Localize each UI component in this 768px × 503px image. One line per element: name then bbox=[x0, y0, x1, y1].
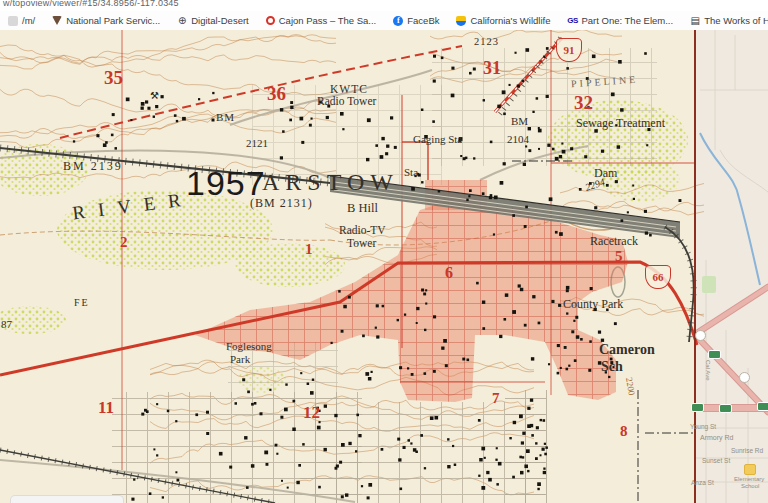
business-route-shield-icon bbox=[708, 350, 721, 359]
highway-marker-icon bbox=[739, 372, 750, 383]
label-county-park: County Park bbox=[563, 298, 623, 310]
highway-marker-icon bbox=[695, 330, 706, 341]
label-bm-2139: BM 2139 bbox=[63, 160, 123, 172]
topoview-map-canvas[interactable]: 2123 35 36 31 32 91 PIPELINE KWTC Radio … bbox=[0, 30, 768, 503]
label-bm: BM bbox=[511, 116, 528, 127]
label-radio-tv: Radio-TV bbox=[339, 225, 386, 237]
bookmarks-bar: /m/ National Park Servic... ⊕Digital-Des… bbox=[0, 11, 768, 30]
bookmark-m[interactable]: /m/ bbox=[8, 15, 35, 26]
label-anza-st: Anza St bbox=[691, 480, 714, 487]
business-route-shield-icon bbox=[691, 403, 704, 412]
label-cameron-school: Sch bbox=[601, 360, 623, 374]
label-section-12: 12 bbox=[303, 404, 320, 421]
page-icon bbox=[8, 16, 18, 26]
label-kwtc-radio-tower: Radio Tower bbox=[317, 96, 376, 108]
label-contour-2200: 2200 bbox=[624, 377, 636, 396]
address-bar[interactable]: w/topoview/viewer/#15/34.8956/-117.0345 bbox=[0, 0, 768, 11]
label-young-st: Young St bbox=[690, 424, 716, 431]
label-sunset-st: Sunset St bbox=[702, 458, 730, 465]
globe-icon: ⊕ bbox=[177, 16, 187, 26]
bookmark-part-one[interactable]: GSPart One: The Elem... bbox=[567, 15, 673, 26]
facebook-icon: f bbox=[393, 16, 403, 26]
label-school-2: School bbox=[741, 483, 759, 489]
shield-icon bbox=[456, 16, 466, 26]
red-target-icon bbox=[266, 16, 275, 25]
label-cal-ave: Cal Ave bbox=[705, 360, 711, 381]
label-b-hill: B Hill bbox=[347, 202, 378, 215]
label-elev-2121: 2121 bbox=[246, 138, 268, 149]
bookmark-cajon-pass[interactable]: Cajon Pass – The Sa... bbox=[266, 15, 377, 26]
year-overlay: 1957 bbox=[186, 166, 266, 200]
label-section-11: 11 bbox=[98, 399, 114, 416]
label-elev-2123: 2123 bbox=[474, 37, 499, 48]
business-route-shield-icon bbox=[757, 402, 768, 411]
label-station: Sta bbox=[404, 167, 418, 178]
bookmark-works-of-hube[interactable]: ▤The Works of Hube... bbox=[690, 15, 768, 26]
label-racetrack: Racetrack bbox=[590, 235, 638, 247]
label-section-32: 32 bbox=[574, 93, 593, 112]
label-radio-tv-tower: Tower bbox=[347, 238, 376, 250]
label-section-8: 8 bbox=[620, 424, 628, 439]
label-bm-northwest: BM bbox=[216, 112, 235, 123]
label-section-35: 35 bbox=[104, 68, 123, 87]
browser-window: w/topoview/viewer/#15/34.8956/-117.0345 … bbox=[0, 0, 768, 503]
book-icon: ▤ bbox=[690, 16, 700, 26]
label-foglesong-park: Park bbox=[230, 354, 250, 365]
label-section-6: 6 bbox=[445, 265, 453, 281]
partial-toolbar bbox=[10, 495, 124, 503]
label-sunrise-rd: Sunrise Rd bbox=[731, 448, 763, 455]
school-poi-icon bbox=[744, 464, 756, 475]
bookmark-facebook[interactable]: fFaceBk bbox=[393, 15, 439, 26]
label-elev-87: 87 bbox=[1, 319, 12, 330]
label-section-1: 1 bbox=[305, 242, 313, 257]
label-gaging-station: Gaging Sta bbox=[413, 134, 462, 145]
bookmark-digital-desert[interactable]: ⊕Digital-Desert bbox=[177, 15, 249, 26]
label-cameron: Cameron bbox=[599, 343, 655, 357]
business-route-shield-icon bbox=[719, 404, 732, 413]
bookmark-national-park[interactable]: National Park Servic... bbox=[52, 15, 160, 26]
label-sewage-treatment: Sewage Treatment bbox=[576, 117, 665, 129]
arrowhead-icon bbox=[52, 16, 62, 25]
label-school-1: Elementary bbox=[734, 476, 764, 482]
url-text: w/topoview/viewer/#15/34.8956/-117.0345 bbox=[3, 0, 179, 8]
label-section-31: 31 bbox=[483, 59, 501, 77]
mine-symbol-icon: ⚒ bbox=[150, 90, 159, 101]
label-armory-rd: Armory Rd bbox=[700, 434, 733, 441]
label-foglesong: Foglesong bbox=[226, 341, 272, 352]
label-kwtc: KWTC bbox=[330, 84, 368, 96]
label-fe: FE bbox=[74, 298, 90, 308]
gs-icon: GS bbox=[567, 16, 577, 26]
label-section-2: 2 bbox=[120, 235, 128, 250]
bookmark-california-wildlife[interactable]: California's Wildlife bbox=[456, 15, 550, 26]
label-section-36: 36 bbox=[267, 84, 286, 103]
label-elev-2104: 2104 bbox=[507, 134, 529, 145]
label-section-5: 5 bbox=[615, 249, 623, 264]
label-barstow: ARSTOW bbox=[262, 170, 399, 194]
label-section-7: 7 bbox=[492, 391, 500, 406]
